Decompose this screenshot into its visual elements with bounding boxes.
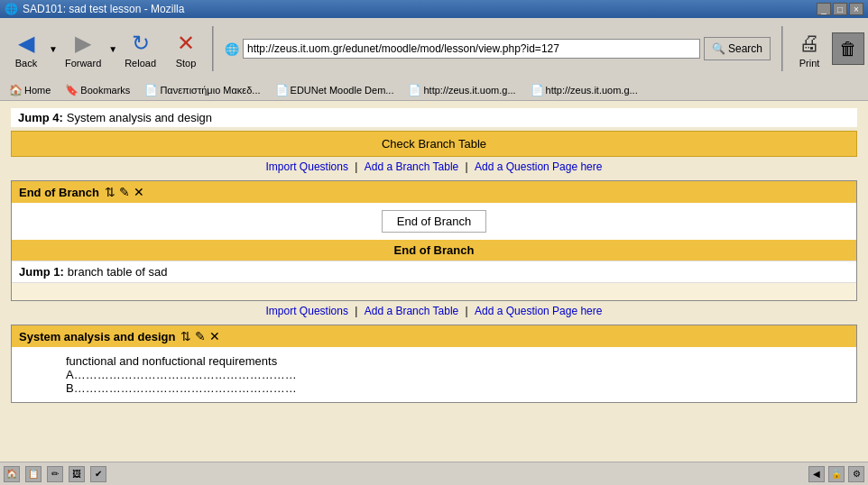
system-line2: A………………………………………………… <box>66 368 849 381</box>
trash-icon: 🗑 <box>832 32 864 65</box>
sys-delete-icon[interactable]: ✕ <box>209 329 220 343</box>
address-input[interactable] <box>243 39 700 59</box>
stop-button[interactable]: ✕ Stop <box>163 25 208 72</box>
action-links-1: Import Questions | Add a Branch Table | … <box>11 160 857 173</box>
end-of-branch-section: End of Branch ⇅ ✎ ✕ End of Branch End of… <box>11 180 857 301</box>
statusbar-icon-1: 🏠 <box>4 466 20 482</box>
page-content: Jump 4: System analysis and design Check… <box>0 101 868 462</box>
print-icon: 🖨 <box>795 29 824 58</box>
jump1-label: Jump 1: <box>19 265 64 279</box>
sys-controls[interactable]: ⇅ ✎ ✕ <box>180 329 220 343</box>
import-questions-link-2[interactable]: Import Questions <box>266 305 348 317</box>
forward-dropdown[interactable]: ▼ <box>108 44 117 54</box>
bookmark-zeus2[interactable]: 📄 http://zeus.it.uom.g... <box>525 83 643 97</box>
statusbar-icon-3: ✏ <box>47 466 63 482</box>
page-icon-1: 📄 <box>144 84 158 96</box>
system-analysis-section: System analysis and design ⇅ ✎ ✕ functio… <box>11 325 857 403</box>
system-analysis-title: System analysis and design <box>19 330 175 343</box>
eob-empty-row <box>12 282 856 300</box>
bookmark-zeus1[interactable]: 📄 http://zeus.it.uom.g... <box>402 83 521 97</box>
statusbar-icon-2: 📋 <box>25 466 42 482</box>
bookmark-edunet[interactable]: 📄 EDUNet Moodle Dem... <box>270 83 400 97</box>
back-icon: ◀ <box>12 29 41 58</box>
address-icon: 🌐 <box>225 42 239 56</box>
system-analysis-header: System analysis and design ⇅ ✎ ✕ <box>12 325 856 347</box>
statusbar-right-icon-3: ⚙ <box>848 466 864 482</box>
addressbar: 🌐 🔍 Search <box>217 37 778 60</box>
statusbar: 🏠 📋 ✏ 🖼 ✔ ◀ 🔒 ⚙ <box>0 462 868 485</box>
search-icon: 🔍 <box>712 42 725 55</box>
edit-icon[interactable]: ✎ <box>119 185 130 199</box>
bookmark-uni[interactable]: 📄 Πανεπιστήμιο Μακεδ... <box>139 83 265 97</box>
print-button[interactable]: 🖨 Print <box>787 25 832 72</box>
statusbar-icon-5: ✔ <box>90 466 106 482</box>
eob-content-box: End of Branch <box>382 210 486 233</box>
back-dropdown[interactable]: ▼ <box>49 44 58 54</box>
search-button[interactable]: 🔍 Search <box>704 37 771 60</box>
add-question-page-link-2[interactable]: Add a Question Page here <box>475 305 602 317</box>
bookmarks-bar: 🏠 Home 🔖 Bookmarks 📄 Πανεπιστήμιο Μακεδ.… <box>0 79 868 101</box>
eob-controls[interactable]: ⇅ ✎ ✕ <box>105 185 144 199</box>
end-of-branch-title: End of Branch <box>19 186 99 199</box>
system-line3: B………………………………………………… <box>66 381 849 395</box>
window-title-text: SAD101: sad test lesson - Mozilla <box>23 3 184 15</box>
statusbar-icons: 🏠 📋 ✏ 🖼 ✔ <box>4 466 106 482</box>
eob-inner: End of Branch <box>12 203 856 240</box>
home-icon: 🏠 <box>9 84 23 96</box>
toolbar-separator-2 <box>781 26 783 71</box>
window-title: 🌐 SAD101: sad test lesson - Mozilla <box>5 3 184 15</box>
bookmark-bookmarks[interactable]: 🔖 Bookmarks <box>60 83 135 97</box>
sep1: | <box>355 160 360 173</box>
sep3: | <box>355 305 360 317</box>
close-button[interactable]: × <box>849 3 863 15</box>
sep4: | <box>466 305 471 317</box>
back-button[interactable]: ◀ Back <box>4 25 49 72</box>
toolbar-separator <box>212 26 214 71</box>
jump4-value: System analysis and design <box>67 111 212 124</box>
action-links-2: Import Questions | Add a Branch Table | … <box>11 305 857 317</box>
statusbar-right-icon-1: ◀ <box>808 466 825 482</box>
jump1-row: Jump 1: branch table of sad <box>12 261 856 282</box>
reload-icon: ↻ <box>126 29 155 58</box>
bookmarks-icon: 🔖 <box>65 84 78 96</box>
bookmark-home[interactable]: 🏠 Home <box>4 83 56 97</box>
system-line1: functional and nonfuctional requirements <box>66 354 849 368</box>
check-branch-button[interactable]: Check Branch Table <box>11 131 857 157</box>
page-icon-4: 📄 <box>531 84 544 96</box>
statusbar-right: ◀ 🔒 ⚙ <box>808 466 864 482</box>
sys-move-icon[interactable]: ⇅ <box>180 329 191 343</box>
statusbar-right-icon-2: 🔒 <box>828 466 845 482</box>
minimize-button[interactable]: _ <box>817 3 831 15</box>
add-branch-table-link-2[interactable]: Add a Branch Table <box>365 305 459 317</box>
jump4-label: Jump 4: <box>18 111 63 124</box>
browser-icon: 🌐 <box>5 3 18 15</box>
forward-button[interactable]: ▶ Forward <box>58 25 108 72</box>
window-titlebar: 🌐 SAD101: sad test lesson - Mozilla _ □ … <box>0 0 868 18</box>
move-icon[interactable]: ⇅ <box>105 185 115 199</box>
add-question-page-link-1[interactable]: Add a Question Page here <box>475 160 602 173</box>
add-branch-table-link-1[interactable]: Add a Branch Table <box>365 160 459 173</box>
sep2: | <box>466 160 471 173</box>
statusbar-icon-4: 🖼 <box>69 466 85 482</box>
stop-icon: ✕ <box>171 29 200 58</box>
sys-edit-icon[interactable]: ✎ <box>195 329 206 343</box>
delete-icon[interactable]: ✕ <box>134 185 144 199</box>
reload-button[interactable]: ↻ Reload <box>117 25 163 72</box>
window-controls[interactable]: _ □ × <box>817 3 863 15</box>
page-icon-2: 📄 <box>275 84 289 96</box>
end-of-branch-content: End of Branch End of Branch Jump 1: bran… <box>12 203 856 300</box>
jump1-value: branch table of sad <box>68 265 168 279</box>
system-content: functional and nonfuctional requirements… <box>12 347 856 402</box>
end-of-branch-header: End of Branch ⇅ ✎ ✕ <box>12 181 856 203</box>
browser-toolbar: ◀ Back ▼ ▶ Forward ▼ ↻ Reload ✕ Stop 🌐 🔍… <box>0 18 868 79</box>
jump4-row: Jump 4: System analysis and design <box>11 108 857 127</box>
maximize-button[interactable]: □ <box>833 3 847 15</box>
forward-icon: ▶ <box>69 29 97 58</box>
page-icon-3: 📄 <box>408 84 421 96</box>
import-questions-link-1[interactable]: Import Questions <box>266 160 348 173</box>
eob-subheader: End of Branch <box>12 240 856 261</box>
